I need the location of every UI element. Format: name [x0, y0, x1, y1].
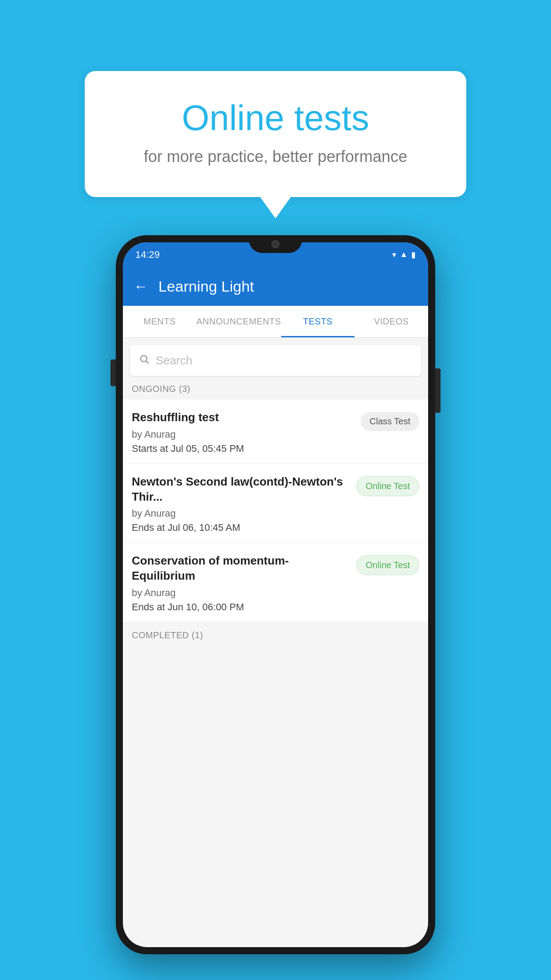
test-item[interactable]: Conservation of momentum-Equilibrium by … [123, 543, 428, 622]
app-bar-title: Learning Light [158, 278, 254, 295]
test-date: Starts at Jul 05, 05:45 PM [132, 443, 354, 454]
test-item-info: Reshuffling test by Anurag Starts at Jul… [132, 410, 361, 454]
phone-mockup: 14:29 ▾ ▲ ▮ ← Learning Light MENTS ANNOU… [116, 235, 435, 954]
phone-screen: 14:29 ▾ ▲ ▮ ← Learning Light MENTS ANNOU… [123, 242, 428, 947]
svg-line-1 [146, 361, 149, 364]
ongoing-header: ONGOING (3) [123, 376, 428, 399]
test-date: Ends at Jul 06, 10:45 AM [132, 522, 349, 533]
app-bar: ← Learning Light [123, 267, 428, 306]
search-icon [139, 353, 150, 368]
test-author: by Anurag [132, 508, 349, 519]
phone-outer: 14:29 ▾ ▲ ▮ ← Learning Light MENTS ANNOU… [116, 235, 435, 954]
test-author: by Anurag [132, 429, 354, 440]
tab-assignments[interactable]: MENTS [123, 306, 197, 337]
content-area: Search ONGOING (3) Reshuffling test by A… [123, 338, 428, 646]
tab-videos[interactable]: VIDEOS [354, 306, 428, 337]
bubble-title: Online tests [120, 98, 431, 138]
test-item-info: Newton's Second law(contd)-Newton's Thir… [132, 474, 356, 534]
test-title: Newton's Second law(contd)-Newton's Thir… [132, 474, 349, 505]
camera-dot [272, 240, 279, 248]
tab-bar: MENTS ANNOUNCEMENTS TESTS VIDEOS [123, 306, 428, 338]
completed-header: COMPLETED (1) [123, 622, 428, 646]
badge-online-test: Online Test [356, 476, 419, 496]
test-title: Reshuffling test [132, 410, 354, 425]
svg-point-0 [141, 356, 147, 362]
wifi-icon: ▾ [392, 250, 396, 260]
promo-section: Online tests for more practice, better p… [85, 71, 466, 197]
signal-icon: ▲ [400, 250, 408, 259]
tab-announcements[interactable]: ANNOUNCEMENTS [197, 306, 281, 337]
battery-icon: ▮ [411, 250, 416, 260]
test-list: Reshuffling test by Anurag Starts at Jul… [123, 399, 428, 622]
test-title: Conservation of momentum-Equilibrium [132, 553, 349, 584]
search-bar[interactable]: Search [130, 345, 421, 376]
badge-online-test: Online Test [356, 555, 419, 575]
badge-class-test: Class Test [361, 412, 419, 431]
search-placeholder: Search [156, 354, 192, 368]
test-date: Ends at Jun 10, 06:00 PM [132, 601, 349, 613]
tab-tests[interactable]: TESTS [281, 306, 355, 337]
speech-bubble: Online tests for more practice, better p… [85, 71, 466, 197]
test-author: by Anurag [132, 587, 349, 599]
back-button[interactable]: ← [134, 278, 148, 295]
phone-notch [249, 235, 302, 253]
status-time: 14:29 [135, 249, 160, 261]
test-item[interactable]: Newton's Second law(contd)-Newton's Thir… [123, 464, 428, 543]
test-item[interactable]: Reshuffling test by Anurag Starts at Jul… [123, 399, 428, 464]
status-icons: ▾ ▲ ▮ [392, 250, 416, 260]
test-item-info: Conservation of momentum-Equilibrium by … [132, 553, 356, 613]
bubble-subtitle: for more practice, better performance [120, 147, 431, 166]
